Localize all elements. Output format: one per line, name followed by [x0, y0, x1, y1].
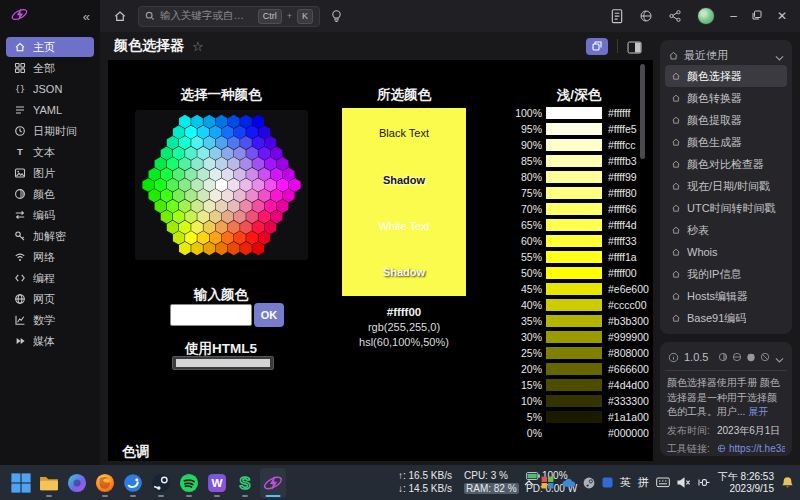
- palette-hex-swatch[interactable]: [234, 125, 246, 138]
- palette-hex-swatch[interactable]: [185, 168, 197, 182]
- sidebar-item-encode[interactable]: 编码: [6, 205, 94, 225]
- shade-swatch[interactable]: [546, 331, 602, 344]
- sidebar-item-image[interactable]: 图片: [6, 163, 94, 183]
- palette-hex-swatch[interactable]: [210, 210, 222, 224]
- windows-start-button[interactable]: [8, 468, 34, 498]
- palette-hex-swatch[interactable]: [228, 221, 240, 235]
- palette-hex-swatch[interactable]: [222, 210, 234, 224]
- ime-english-indicator[interactable]: 英: [620, 475, 631, 490]
- shade-swatch[interactable]: [546, 107, 602, 120]
- window-close-button[interactable]: ✕: [777, 10, 787, 22]
- palette-hex-swatch[interactable]: [222, 125, 234, 138]
- palette-hex-swatch[interactable]: [289, 178, 301, 192]
- shade-swatch[interactable]: [546, 363, 602, 376]
- content-scrollbar[interactable]: [640, 64, 645, 159]
- app-blue-icon[interactable]: [120, 468, 146, 498]
- palette-hex-swatch[interactable]: [265, 157, 277, 171]
- window-minimize-button[interactable]: –: [730, 10, 737, 22]
- steam-icon[interactable]: [148, 468, 174, 498]
- shade-swatch[interactable]: [546, 187, 602, 200]
- palette-hex-swatch[interactable]: [179, 178, 191, 192]
- palette-hex-swatch[interactable]: [191, 178, 203, 192]
- palette-hex-swatch[interactable]: [222, 231, 234, 245]
- palette-hex-swatch[interactable]: [173, 147, 185, 161]
- palette-hex-swatch[interactable]: [246, 147, 258, 161]
- shade-swatch[interactable]: [546, 299, 602, 312]
- palette-hex-swatch[interactable]: [167, 178, 179, 192]
- palette-hex-swatch[interactable]: [203, 221, 215, 235]
- shade-swatch[interactable]: [546, 203, 602, 216]
- recent-item[interactable]: Whois: [665, 241, 787, 263]
- palette-hex-swatch[interactable]: [167, 136, 179, 150]
- palette-hex-swatch[interactable]: [258, 168, 270, 182]
- palette-hex-swatch[interactable]: [228, 178, 240, 192]
- search-input[interactable]: 输入关键字或自然语言进... Ctrl + K: [138, 6, 320, 27]
- palette-hex-swatch[interactable]: [216, 178, 228, 192]
- palette-hex-swatch[interactable]: [216, 115, 228, 129]
- palette-hex-swatch[interactable]: [252, 221, 264, 235]
- sidebar-item-math[interactable]: 数学: [6, 310, 94, 330]
- palette-hex-swatch[interactable]: [197, 168, 209, 182]
- sidebar-item-clock[interactable]: 日期时间: [6, 121, 94, 141]
- palette-hex-swatch[interactable]: [228, 115, 240, 129]
- palette-hex-swatch[interactable]: [216, 136, 228, 150]
- sidebar-item-code[interactable]: 编程: [6, 268, 94, 288]
- shade-swatch[interactable]: [546, 235, 602, 248]
- sidebar-item-wifi[interactable]: 网络: [6, 247, 94, 267]
- palette-hex-swatch[interactable]: [203, 115, 215, 129]
- ok-button[interactable]: OK: [254, 303, 284, 327]
- palette-hex-swatch[interactable]: [252, 115, 264, 129]
- shade-swatch[interactable]: [546, 395, 602, 408]
- palette-hex-swatch[interactable]: [216, 221, 228, 235]
- wallpaper-engine-icon[interactable]: W: [204, 468, 230, 498]
- palette-hex-swatch[interactable]: [173, 231, 185, 245]
- sidebar-item-globe[interactable]: 网页: [6, 289, 94, 309]
- tray-expand-icon[interactable]: [524, 480, 534, 486]
- palette-hex-swatch[interactable]: [283, 189, 295, 203]
- sidebar-item-key[interactable]: 加解密: [6, 226, 94, 246]
- palette-hex-swatch[interactable]: [203, 178, 215, 192]
- palette-hex-swatch[interactable]: [142, 178, 154, 192]
- palette-hex-swatch[interactable]: [197, 147, 209, 161]
- palette-hex-swatch[interactable]: [185, 147, 197, 161]
- compare-mode-button[interactable]: [586, 38, 608, 55]
- copilot-icon[interactable]: [64, 468, 90, 498]
- shade-swatch[interactable]: [546, 315, 602, 328]
- recent-panel-header[interactable]: 最近使用: [665, 45, 787, 65]
- palette-hex-swatch[interactable]: [210, 125, 222, 138]
- touch-keyboard-icon[interactable]: [656, 477, 670, 488]
- palette-hex-swatch[interactable]: [234, 147, 246, 161]
- palette-hex-swatch[interactable]: [155, 178, 167, 192]
- palette-hex-swatch[interactable]: [203, 136, 215, 150]
- sidebar-item-media[interactable]: 媒体: [6, 331, 94, 351]
- palette-hex-swatch[interactable]: [252, 199, 264, 213]
- recent-item[interactable]: 颜色提取器: [665, 109, 787, 131]
- palette-hex-swatch[interactable]: [222, 168, 234, 182]
- recent-item[interactable]: 颜色转换器: [665, 87, 787, 109]
- sidebar-item-text[interactable]: T文本: [6, 142, 94, 162]
- firefox-icon[interactable]: [92, 468, 118, 498]
- window-maximize-button[interactable]: [752, 10, 762, 22]
- palette-hex-swatch[interactable]: [173, 210, 185, 224]
- palette-hex-swatch[interactable]: [258, 125, 270, 138]
- palette-hex-swatch[interactable]: [203, 157, 215, 171]
- shade-swatch[interactable]: [546, 155, 602, 168]
- power-plug-icon[interactable]: [698, 477, 711, 488]
- palette-hex-swatch[interactable]: [173, 125, 185, 138]
- recent-item[interactable]: Base91编码: [665, 307, 787, 329]
- taskbar-clock[interactable]: 下午 8:26:53 2023/9/15: [718, 471, 774, 495]
- palette-hex-swatch[interactable]: [216, 242, 228, 256]
- shade-swatch[interactable]: [546, 171, 602, 184]
- about-panel-header[interactable]: 1.0.5: [665, 347, 787, 367]
- palette-hex-swatch[interactable]: [191, 115, 203, 129]
- palette-hex-swatch[interactable]: [167, 157, 179, 171]
- palette-hex-swatch[interactable]: [179, 115, 191, 129]
- palette-hex-swatch[interactable]: [234, 168, 246, 182]
- palette-hex-swatch[interactable]: [258, 210, 270, 224]
- home-icon[interactable]: [113, 9, 127, 23]
- palette-hex-swatch[interactable]: [240, 157, 252, 171]
- recent-item[interactable]: 秒表: [665, 219, 787, 241]
- palette-hex-swatch[interactable]: [179, 199, 191, 213]
- steam-tray-icon[interactable]: [583, 477, 595, 489]
- palette-hex-swatch[interactable]: [246, 231, 258, 245]
